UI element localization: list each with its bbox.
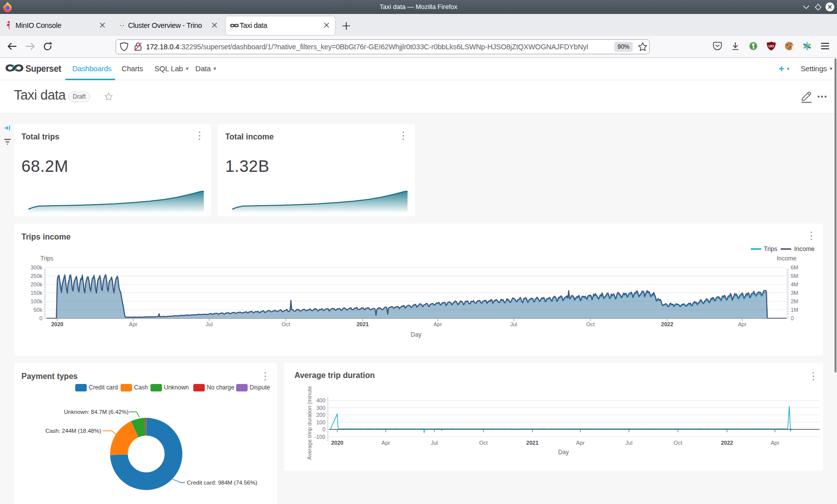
svg-text:Jul: Jul	[625, 440, 632, 446]
svg-text:Cash: 244M (18.48%): Cash: 244M (18.48%)	[45, 428, 101, 434]
svg-text:100: 100	[316, 419, 325, 425]
svg-text:Trips: Trips	[764, 246, 777, 252]
svg-text:Apr: Apr	[771, 440, 779, 446]
svg-text:200k: 200k	[30, 281, 42, 287]
svg-text:Apr: Apr	[433, 321, 442, 327]
svg-text:Income: Income	[794, 246, 815, 252]
svg-text:Oct: Oct	[674, 440, 682, 446]
svg-text:50k: 50k	[33, 307, 42, 313]
svg-text:Average trinp duration (minute: Average trinp duration (minute	[306, 386, 312, 460]
svg-text:Oct: Oct	[586, 321, 594, 327]
svg-text:200: 200	[316, 412, 325, 418]
svg-text:Day: Day	[411, 331, 421, 338]
svg-text:2M: 2M	[791, 298, 798, 304]
svg-text:Jul: Jul	[510, 321, 517, 327]
svg-text:250k: 250k	[30, 273, 42, 279]
svg-text:150k: 150k	[30, 290, 42, 296]
svg-text:Apr: Apr	[382, 440, 390, 446]
svg-text:Oct: Oct	[281, 321, 290, 327]
svg-text:2021: 2021	[526, 440, 538, 446]
svg-text:UO: UO	[768, 44, 774, 48]
svg-text:Day: Day	[558, 449, 568, 456]
svg-text:2022: 2022	[721, 440, 733, 446]
svg-text:-100: -100	[314, 434, 325, 440]
svg-text:100k: 100k	[30, 298, 42, 304]
svg-text:Apr: Apr	[129, 321, 138, 327]
svg-text:Credit card: 984M (74.56%): Credit card: 984M (74.56%)	[187, 480, 257, 486]
svg-text:Jul: Jul	[431, 440, 438, 446]
svg-text:Unknown: 84.7M (6.42%): Unknown: 84.7M (6.42%)	[64, 409, 129, 415]
svg-text:0: 0	[39, 315, 42, 321]
svg-text:3M: 3M	[791, 290, 798, 296]
svg-text:2021: 2021	[357, 321, 369, 327]
svg-text:400: 400	[316, 397, 325, 403]
svg-text:5M: 5M	[791, 273, 798, 279]
svg-text:6M: 6M	[791, 264, 798, 270]
svg-text:300: 300	[316, 405, 325, 411]
svg-text:Trips: Trips	[40, 255, 53, 262]
svg-text:0: 0	[791, 315, 794, 321]
svg-text:2020: 2020	[331, 440, 343, 446]
svg-text:300k: 300k	[30, 264, 42, 270]
svg-text:Jul: Jul	[206, 321, 213, 327]
svg-text:Oct: Oct	[479, 440, 488, 446]
svg-text:Apr: Apr	[576, 440, 584, 446]
svg-text:0: 0	[322, 426, 325, 432]
svg-text:Apr: Apr	[738, 321, 746, 327]
svg-text:4M: 4M	[791, 281, 798, 287]
svg-text:Income: Income	[777, 255, 797, 262]
svg-text:1M: 1M	[791, 307, 798, 313]
svg-text:2022: 2022	[661, 321, 673, 327]
svg-text:2020: 2020	[51, 321, 63, 327]
